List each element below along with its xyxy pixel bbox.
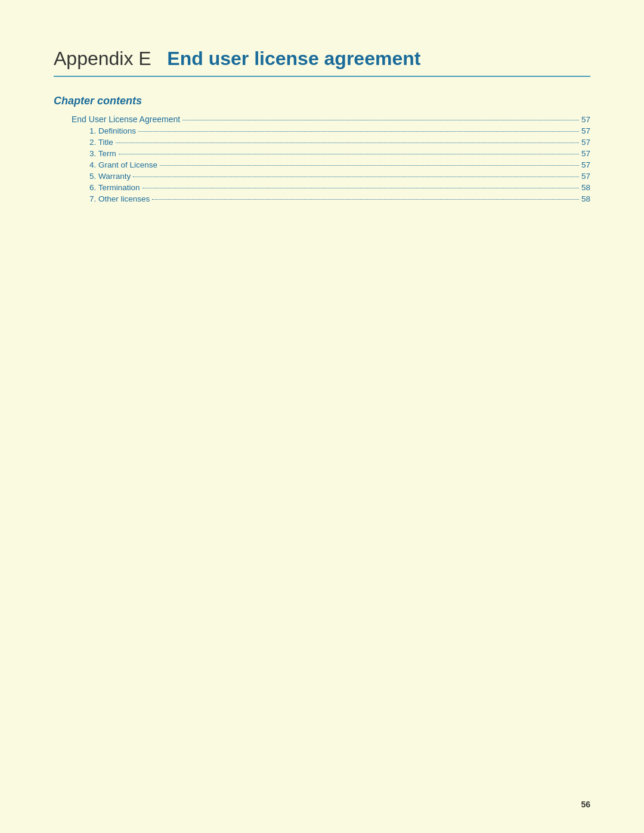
toc-label: 1. Definitions	[89, 126, 136, 135]
chapter-header: Appendix E End user license agreement	[54, 48, 590, 77]
toc-label: 7. Other licenses	[89, 194, 150, 203]
toc-dots	[160, 165, 579, 166]
toc-item[interactable]: 3. Term57	[89, 149, 590, 158]
toc-dots	[133, 176, 579, 177]
toc-dots	[182, 120, 579, 120]
toc-dots	[119, 154, 579, 154]
page-number: 56	[581, 800, 590, 809]
appendix-label: Appendix E	[54, 48, 151, 69]
toc-page-number: 57	[581, 160, 590, 169]
toc-page-number: 58	[581, 194, 590, 203]
appendix-title: End user license agreement	[167, 48, 420, 69]
toc-page-number: 57	[581, 149, 590, 158]
toc-item[interactable]: 1. Definitions57	[89, 126, 590, 135]
toc-item[interactable]: 5. Warranty57	[89, 172, 590, 181]
toc-label: 4. Grant of License	[89, 160, 157, 169]
toc-label: 3. Term	[89, 149, 116, 158]
toc-item[interactable]: 7. Other licenses58	[89, 194, 590, 203]
toc-dots	[116, 143, 579, 143]
toc-label: 5. Warranty	[89, 172, 131, 181]
toc-label: 2. Title	[89, 138, 113, 147]
toc-item[interactable]: 4. Grant of License57	[89, 160, 590, 169]
toc-page-number: 57	[581, 172, 590, 181]
toc-label: 6. Termination	[89, 183, 140, 192]
page: Appendix E End user license agreement Ch…	[0, 0, 644, 833]
toc-item[interactable]: End User License Agreement57	[72, 114, 590, 124]
chapter-contents-heading: Chapter contents	[54, 95, 590, 107]
toc-label: End User License Agreement	[72, 114, 180, 124]
toc-item[interactable]: 6. Termination58	[89, 183, 590, 192]
toc-container: End User License Agreement571. Definitio…	[72, 114, 590, 203]
toc-page-number: 58	[581, 183, 590, 192]
toc-item[interactable]: 2. Title57	[89, 138, 590, 147]
chapter-title: Appendix E End user license agreement	[54, 48, 590, 70]
toc-dots	[143, 188, 579, 188]
toc-page-number: 57	[581, 126, 590, 135]
toc-page-number: 57	[581, 138, 590, 147]
toc-page-number: 57	[581, 115, 590, 124]
toc-dots	[138, 131, 579, 132]
chapter-contents-section: Chapter contents End User License Agreem…	[54, 95, 590, 203]
toc-dots	[152, 199, 579, 200]
